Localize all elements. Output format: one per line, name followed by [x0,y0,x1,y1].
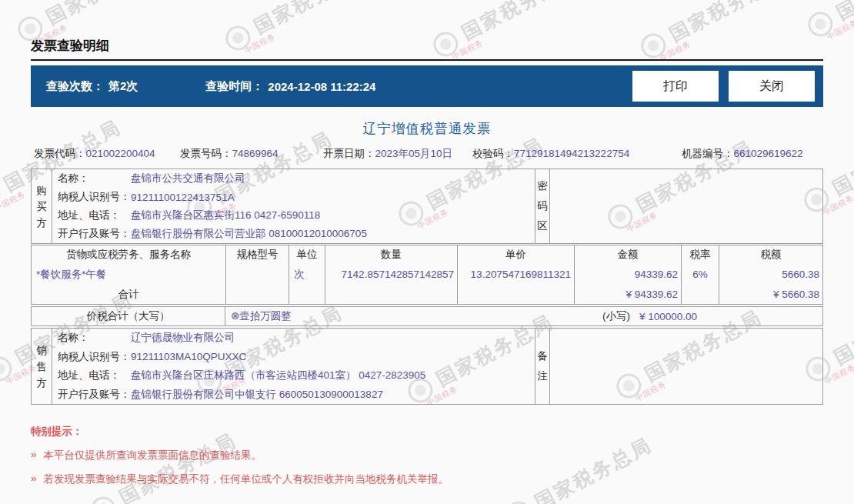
buyer-side-label: 购买方 [32,169,52,243]
buyer-taxid-row: 纳税人识别号：91211100122413751A [52,188,535,206]
tax-emblem-icon [803,7,836,40]
check-time: 查验时间： 2024-12-08 11:22:24 [205,79,375,94]
items-table: 货物或应税劳务、服务名称 规格型号 单位 数量 单价 金额 税率 税额 *餐饮服… [31,245,823,305]
special-notes: 特别提示： »本平台仅提供所查询发票票面信息的查验结果。 »若发现发票查验结果与… [31,425,823,486]
total-qty [325,285,457,304]
title-divider [31,59,823,61]
column-header-amount: 金额 [574,245,681,264]
item-name: *餐饮服务*午餐 [32,264,225,285]
verification-toolbar: 查验次数： 第2次 查验时间： 2024-12-08 11:22:24 打印 关… [31,65,823,107]
note-bullet: » [31,449,37,462]
invoice-title: 辽宁增值税普通发票 [0,119,854,138]
seller-fields: 名称：辽宁德晟物业有限公司 纳税人识别号：91211103MA10QPUXXC … [52,329,535,404]
meta-invoice-number: 发票号码：74869964 [180,147,279,161]
note-item: »若发现发票查验结果与实际交易不符，任何单位或个人有权拒收并向当地税务机关举报。 [31,472,823,486]
invoice-verification-page: 国家税务总局中国税务 国家税务总局中国税务 国家税务总局中国税务 国家税务总局中… [0,0,854,504]
check-count-value: 第2次 [108,79,138,94]
check-count: 查验次数： 第2次 [46,79,138,94]
grand-total-small-label: (小写) [602,309,630,323]
seller-side-label: 销售方 [32,329,52,404]
total-amount: ¥ 94339.62 [574,285,681,304]
check-time-value: 2024-12-08 11:22:24 [268,80,375,93]
total-tax: ¥ 5660.38 [719,285,822,304]
tax-emblem-icon [86,492,119,504]
buyer-bank-row: 开户行及账号：盘锦银行股份有限公司营业部 08100012010006705 [52,225,535,243]
buyer-address-row: 地址、电话：盘锦市兴隆台区惠宾街116 0427-6590118 [52,206,535,225]
item-tax: 5660.38 [719,264,822,285]
grand-total-figures: ¥ 100000.00 [639,311,697,322]
seller-address-row: 地址、电话：盘锦市兴隆台区庄林路西（市客运站四楼401室） 0427-28239… [52,366,535,386]
column-header-tax: 税额 [719,245,822,264]
column-header-qty: 数量 [325,245,457,264]
invoice-meta: 发票代码：021002200404 发票号码：74869964 开票日期：202… [0,147,854,162]
total-price [457,285,574,304]
toolbar-buttons: 打印 关闭 [632,71,815,102]
close-button[interactable]: 关闭 [729,71,815,102]
column-header-unit: 单位 [289,245,325,264]
item-unit: 次 [289,264,325,285]
total-taxrate [681,285,719,304]
column-header-price: 单价 [457,245,574,264]
seller-taxid-row: 纳税人识别号：91211103MA10QPUXXC [52,348,535,367]
check-time-label: 查验时间： [205,79,263,94]
grand-total-row: 价税合计（大写） ⊗壹拾万圆整 (小写) ¥ 100000.00 [31,306,823,326]
note-item: »本平台仅提供所查询发票票面信息的查验结果。 [31,449,823,462]
remark-area [550,329,822,404]
meta-invoice-code: 发票代码：021002200404 [34,147,155,161]
seller-bank-row: 开户行及账号：盘锦银行股份有限公司中银支行 660050130900013827 [52,386,535,405]
column-header-taxrate: 税率 [681,245,719,264]
watermark: 国家税务总局中国税务 [803,0,854,41]
tax-emblem-icon [502,496,535,504]
column-header-name: 货物或应税劳务、服务名称 [32,245,225,264]
seller-name-row: 名称：辽宁德晟物业有限公司 [52,329,535,348]
password-area-label: 密码区 [535,169,550,243]
meta-machine-number: 机器编号：661029619622 [682,147,803,161]
item-amount: 94339.62 [574,264,681,285]
buyer-panel: 购买方 名称：盘锦市公共交通有限公司 纳税人识别号：91211100122413… [31,169,823,244]
item-qty: 7142.857142857142857 [325,264,457,285]
password-area [550,169,822,243]
grand-total-label: 价税合计（大写） [32,307,225,325]
check-count-label: 查验次数： [46,79,104,94]
total-unit [289,285,325,304]
note-bullet: » [31,472,37,486]
meta-check-code: 校验码：77129181494213222754 [472,147,629,161]
remark-label: 备注 [535,329,550,404]
buyer-name-row: 名称：盘锦市公共交通有限公司 [52,169,535,188]
item-spec [225,264,289,285]
total-spec [225,285,289,304]
meta-issue-date: 开票日期：2023年05月10日 [323,147,452,161]
grand-total-words: ⊗壹拾万圆整 [231,309,292,323]
item-taxrate: 6% [681,264,719,285]
page-title: 发票查验明细 [31,38,823,54]
print-button[interactable]: 打印 [632,71,719,102]
item-price: 13.207547169811321 [457,264,574,285]
buyer-fields: 名称：盘锦市公共交通有限公司 纳税人识别号：91211100122413751A… [52,169,535,243]
seller-panel: 销售方 名称：辽宁德晟物业有限公司 纳税人识别号：91211103MA10QPU… [31,328,823,405]
column-header-spec: 规格型号 [225,245,289,264]
total-label: 合计 [32,285,225,304]
special-notes-title: 特别提示： [31,425,823,439]
